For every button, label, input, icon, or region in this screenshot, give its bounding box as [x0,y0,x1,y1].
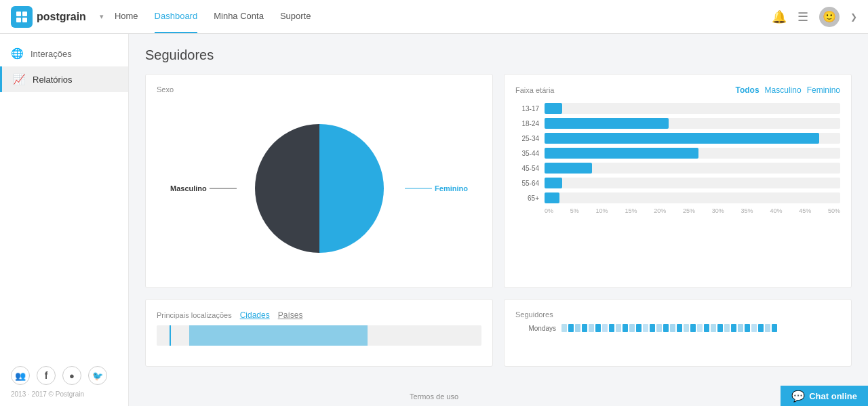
social-facebook-icon[interactable]: f [37,366,56,385]
age-filter-todos[interactable]: Todos [736,85,760,95]
mondays-dots [561,324,840,332]
sidebar-item-relatorios[interactable]: 📈 Relatórios [0,66,128,92]
bar-track-45-54 [545,163,840,174]
bar-row-65plus: 65+ [515,192,840,203]
paises-filter[interactable]: Países [278,310,303,320]
terms-link[interactable]: Termos de uso [410,392,458,401]
age-filter-buttons: Todos Masculino Feminino [736,85,841,95]
sidebar-social: 👥 f ● 🐦 [11,366,117,385]
x-tick-20: 20% [654,207,666,214]
bar-label-65plus: 65+ [515,195,539,202]
nav-suporte[interactable]: Suporte [280,0,311,33]
social-twitter-icon[interactable]: 🐦 [88,366,107,385]
sexo-chart-card: Sexo Masculino [145,74,493,288]
pie-chart [245,114,394,263]
sidebar-item-relatorios-label: Relatórios [33,75,73,85]
feminino-legend: Feminino [435,184,468,192]
bar-row-45-54: 45-54 [515,163,840,174]
bar-track-25-34 [545,133,840,144]
bar-label-45-54: 45-54 [515,165,539,172]
age-label: Faixa etária [515,86,554,94]
page-title: Seguidores [145,47,852,63]
bar-label-55-64: 55-64 [515,180,539,187]
x-axis: 0% 5% 10% 15% 20% 25% 30% 35% 40% 45% 50… [515,207,840,214]
x-tick-50: 50% [828,207,840,214]
age-chart-header: Faixa etária Todos Masculino Feminino [515,85,840,95]
svg-rect-3 [22,18,27,22]
bar-fill-55-64 [545,178,562,188]
sidebar-item-interacoes-label: Interações [31,49,72,59]
mondays-row: Mondays [515,324,840,332]
bell-icon[interactable]: 🔔 [772,9,787,24]
bar-track-13-17 [545,103,840,114]
bar-track-35-44 [545,148,840,159]
bar-label-13-17: 13-17 [515,105,539,113]
bar-track-65plus [545,192,840,203]
bar-row-13-17: 13-17 [515,103,840,114]
seguidores-title: Seguidores [515,310,840,319]
masculino-legend: Masculino [170,184,207,192]
app-body: 🌐 Interações 📈 Relatórios 👥 f ● 🐦 2013 ·… [0,34,868,406]
main-content: Seguidores Sexo Masculi [129,34,868,406]
relatorios-icon: 📈 [13,73,26,85]
bar-row-25-34: 25-34 [515,133,840,144]
locations-header: Principais localizações Cidades Países [157,310,481,320]
cidades-filter[interactable]: Cidades [240,310,270,320]
age-filter-masculino[interactable]: Masculino [765,85,802,95]
bar-fill-65plus [545,192,559,203]
x-tick-35: 35% [741,207,753,214]
sidebar: 🌐 Interações 📈 Relatórios 👥 f ● 🐦 2013 ·… [0,34,129,406]
svg-rect-1 [22,12,27,16]
bar-fill-18-24 [545,118,669,129]
header: postgrain ▾ Home Dashboard Minha Conta S… [0,0,868,34]
bar-label-35-44: 35-44 [515,150,539,157]
x-tick-45: 45% [799,207,811,214]
logo-icon [11,6,33,28]
bar-label-18-24: 18-24 [515,120,539,127]
x-tick-5: 5% [570,207,579,214]
x-tick-40: 40% [770,207,782,214]
svg-rect-0 [16,12,21,16]
header-chevron[interactable]: ❯ [850,12,857,22]
locations-card: Principais localizações Cidades Países [145,299,493,367]
social-group-icon[interactable]: 👥 [11,366,30,385]
x-tick-0: 0% [545,207,553,214]
bar-fill-45-54 [545,163,592,174]
chat-label: Chat online [809,391,857,401]
bar-label-25-34: 25-34 [515,135,539,142]
charts-bottom: Principais localizações Cidades Países S… [145,299,852,367]
logo-dropdown[interactable]: ▾ [100,12,104,21]
charts-top: Sexo Masculino [145,74,852,288]
age-chart-card: Faixa etária Todos Masculino Feminino 13… [504,74,852,288]
x-tick-30: 30% [712,207,724,214]
chat-button[interactable]: 💬 Chat online [781,386,868,406]
logo: postgrain [11,6,86,28]
bar-fill-35-44 [545,148,698,159]
bar-row-35-44: 35-44 [515,148,840,159]
main-nav: Home Dashboard Minha Conta Suporte [115,0,772,33]
header-icons: 🔔 ☰ 🙂 ❯ [772,7,857,27]
avatar[interactable]: 🙂 [819,7,840,27]
locations-title: Principais localizações [157,311,232,319]
sidebar-item-interacoes[interactable]: 🌐 Interações [0,41,128,66]
mondays-label: Mondays [515,325,556,332]
x-tick-15: 15% [625,207,637,214]
nav-home[interactable]: Home [115,0,138,33]
bottom-bar: Termos de uso 💬 Chat online [0,386,868,406]
sexo-label: Sexo [157,85,481,94]
social-instagram-icon[interactable]: ● [62,366,81,385]
nav-minha-conta[interactable]: Minha Conta [214,0,264,33]
svg-rect-2 [16,18,21,22]
seguidores-card: Seguidores Mondays [504,299,852,367]
menu-icon[interactable]: ☰ [797,9,808,24]
nav-dashboard[interactable]: Dashboard [155,0,198,33]
bar-row-55-64: 55-64 [515,178,840,188]
bar-fill-25-34 [545,133,819,144]
logo-text: postgrain [37,11,86,23]
age-filter-feminino[interactable]: Feminino [807,85,840,95]
bar-track-18-24 [545,118,840,129]
sidebar-nav: 🌐 Interações 📈 Relatórios [0,34,128,92]
age-bar-chart: 13-17 18-24 25-34 [515,103,840,203]
bar-fill-13-17 [545,103,562,114]
chat-icon: 💬 [791,390,805,403]
